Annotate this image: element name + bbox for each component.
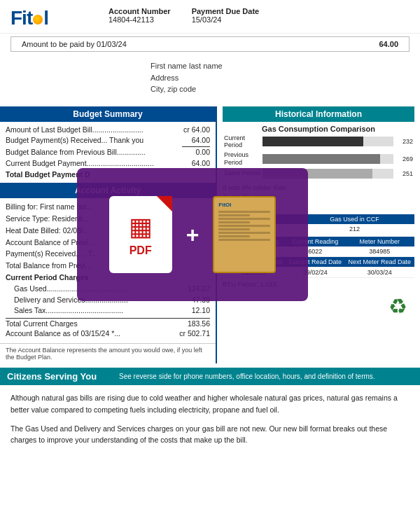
- amount-due-row: Amount to be paid by 01/03/24 64.00: [10, 36, 410, 52]
- sales-tax-amount: 12.10: [192, 305, 210, 317]
- bill-thumbnail: FitOl: [213, 196, 276, 273]
- pdf-acrobat-icon: ▦: [129, 212, 153, 242]
- bill-thumb-line-2: [218, 214, 249, 216]
- budget-row-2: Budget Payment(s) Received... Thank you …: [6, 135, 210, 147]
- bar-fill-previous: [262, 154, 380, 164]
- account-balance-value: cr 502.71: [179, 329, 210, 338]
- logo: Fitl: [10, 7, 94, 29]
- budget-row-3-amount: 0.00: [172, 147, 210, 158]
- address-section: First name last name Address City, zip c…: [0, 55, 420, 101]
- bar-value-current: 232: [396, 138, 413, 145]
- sales-tax-label: Sales Tax...............................…: [14, 305, 123, 317]
- read-date-next: 30/03/24: [345, 267, 414, 277]
- bar-container-previous: [262, 154, 393, 164]
- bar-container-current: [262, 137, 393, 146]
- amount-due-value: 64.00: [363, 40, 398, 48]
- pdf-label: PDF: [130, 244, 152, 257]
- bottom-text: Although natural gas bills are rising du…: [0, 385, 420, 460]
- reading-header-meter: Meter Number: [345, 237, 414, 246]
- address-left: [10, 60, 150, 95]
- payment-due-label: Payment Due Date: [192, 7, 260, 15]
- overlay: ▦ PDF + FitOl: [77, 168, 308, 301]
- bill-thumb-line-5: [218, 225, 270, 227]
- bar-label-previous: PreviousPeriod: [224, 151, 262, 167]
- budget-row-3-label: Budget Balance from Previous Bill.......…: [6, 147, 172, 158]
- budget-row-3: Budget Balance from Previous Bill.......…: [6, 147, 210, 158]
- account-number-block: Account Number 14804-42113: [108, 7, 171, 24]
- logo-dot-icon: [33, 15, 43, 25]
- bill-thumb-line-4: [218, 221, 249, 223]
- citizens-banner: Citizens Serving You See reverse side fo…: [0, 368, 420, 385]
- budget-row-2-label: Budget Payment(s) Received... Thank you: [6, 135, 172, 147]
- budget-row-2-amount: 64.00: [172, 135, 210, 147]
- gas-used-header-2: Gas Used in CCF: [295, 214, 414, 224]
- footnote: The Account Balance represents the amoun…: [0, 343, 216, 363]
- total-current-label: Total Current Charges: [6, 319, 78, 328]
- bill-thumb-logo: FitOl: [218, 202, 270, 208]
- read-date-next-header: Next Meter Read Date: [345, 256, 414, 267]
- account-balance-label: Account Balance as of 03/15/24 *...: [6, 329, 120, 338]
- header-info: Account Number 14804-42113 Payment Due D…: [94, 7, 410, 24]
- bar-label-current: CurrentPeriod: [224, 134, 262, 150]
- bill-thumb-line-7: [218, 232, 270, 234]
- account-number-label: Account Number: [108, 7, 171, 15]
- bottom-paragraph-1: Although natural gas bills are rising du…: [10, 392, 410, 416]
- budget-summary-header: Budget Summary: [0, 106, 216, 122]
- address-street: Address: [150, 72, 410, 84]
- bill-thumb-line-3: [218, 218, 270, 220]
- citizens-title: Citizens Serving You: [7, 371, 119, 382]
- gas-used-cell-2: 212: [295, 224, 414, 234]
- header: Fitl Account Number 14804-42113 Payment …: [0, 0, 420, 34]
- bar-value-previous: 269: [396, 155, 413, 162]
- pdf-icon-box: ▦ PDF: [109, 196, 172, 273]
- address-name: First name last name: [150, 60, 410, 72]
- bar-row-current: CurrentPeriod 232: [224, 134, 413, 150]
- reading-val-meter: 384985: [345, 246, 414, 257]
- address-block: First name last name Address City, zip c…: [150, 60, 410, 95]
- historical-header: Historical Information: [223, 106, 414, 122]
- payment-due-value: 15/03/24: [192, 15, 260, 24]
- bill-thumb-line-1: [218, 211, 270, 213]
- total-current-value: 183.56: [188, 319, 210, 328]
- logo-area: Fitl: [10, 7, 94, 29]
- address-city: City, zip code: [150, 83, 410, 95]
- bar-value-same: 251: [396, 170, 413, 177]
- plus-icon: +: [186, 222, 200, 248]
- bill-thumb-line-9: [218, 239, 270, 241]
- budget-row-1: Amount of Last Budget Bill..............…: [6, 125, 210, 136]
- account-number-value: 14804-42113: [108, 15, 171, 24]
- gas-comparison-title: Gas Consumption Comparison: [223, 122, 414, 134]
- budget-row-1-label: Amount of Last Budget Bill..............…: [6, 125, 172, 136]
- budget-row-1-amount: cr 64.00: [172, 125, 210, 136]
- bar-row-previous: PreviousPeriod 269: [224, 151, 413, 167]
- bottom-paragraph-2: The Gas Used and Delivery and Services c…: [10, 423, 410, 447]
- bar-fill-current: [262, 137, 363, 146]
- account-balance-row: Account Balance as of 03/15/24 *... cr 5…: [6, 329, 210, 338]
- amount-due-label: Amount to be paid by 01/03/24: [22, 40, 363, 48]
- bill-thumb-line-6: [218, 228, 249, 230]
- citizens-tagline: See reverse side for phone numbers, offi…: [119, 373, 375, 380]
- payment-due-block: Payment Due Date 15/03/24: [192, 7, 260, 24]
- total-current-charges-row: Total Current Charges 183.56: [6, 318, 210, 328]
- recycle-icon: ♻: [388, 294, 407, 319]
- bill-thumb-line-8: [218, 235, 249, 237]
- sales-tax-row: Sales Tax...............................…: [6, 305, 210, 317]
